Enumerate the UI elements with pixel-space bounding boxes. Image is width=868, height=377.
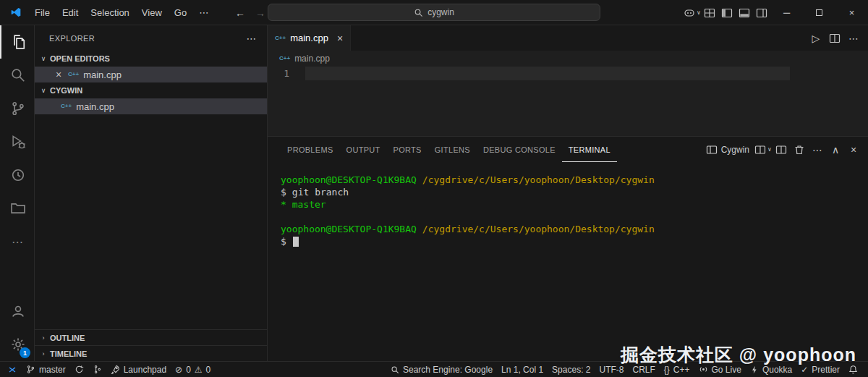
commit-graph-icon[interactable] xyxy=(88,362,106,377)
terminal-user: yoophoon@DESKTOP-Q1K9BAQ xyxy=(281,224,417,234)
terminal-profile-label: Cygwin xyxy=(721,145,749,155)
panel-tab-gitlens[interactable]: GITLENS xyxy=(428,137,477,162)
editor-more-icon[interactable]: ⋯ xyxy=(845,30,862,47)
activity-source-control-icon[interactable] xyxy=(0,92,34,125)
launch-profile-icon[interactable]: ∨ xyxy=(754,141,772,158)
terminal-command: git branch xyxy=(292,187,349,198)
maximize-panel-icon[interactable]: ∧ xyxy=(827,141,844,158)
editor-code-area[interactable]: 1 xyxy=(268,67,868,136)
prompt-symbol: $ xyxy=(281,236,286,247)
search-engine-status[interactable]: Search Engine: Google xyxy=(386,362,497,377)
indentation-status[interactable]: Spaces: 2 xyxy=(548,362,595,377)
file-name: main.cpp xyxy=(76,101,114,112)
errors-count: 0 xyxy=(186,365,191,375)
outline-label: OUTLINE xyxy=(50,334,85,342)
settings-gear-icon[interactable]: 1 xyxy=(0,328,34,361)
panel-tab-debug-console[interactable]: DEBUG CONSOLE xyxy=(477,137,562,162)
terminal-prompt-line: yoophoon@DESKTOP-Q1K9BAQ/cygdrive/c/User… xyxy=(281,223,868,235)
terminal-cursor xyxy=(293,237,299,247)
terminal-output[interactable]: yoophoon@DESKTOP-Q1K9BAQ/cygdrive/c/User… xyxy=(268,162,868,247)
current-line-highlight xyxy=(305,67,790,80)
menu-selection[interactable]: Selection xyxy=(85,5,135,20)
terminal-profile-button[interactable]: Cygwin xyxy=(702,144,754,156)
problems-indicator[interactable]: ⊘ 0 ⚠ 0 xyxy=(171,362,215,377)
workspace-header[interactable]: ∨ CYGWIN xyxy=(35,82,267,98)
tab-label: main.cpp xyxy=(290,33,328,43)
search-icon xyxy=(414,8,423,17)
bottom-panel: PROBLEMS OUTPUT PORTS GITLENS DEBUG CONS… xyxy=(268,136,868,361)
terminal-command-line: $git branch xyxy=(281,186,868,198)
activity-history-icon[interactable] xyxy=(0,158,34,192)
menu-file[interactable]: File xyxy=(29,5,56,20)
minimize-button[interactable]: ─ xyxy=(770,0,803,25)
account-icon[interactable] xyxy=(0,295,34,328)
open-editors-header[interactable]: ∨ OPEN EDITORS xyxy=(35,51,267,67)
cursor-position-status[interactable]: Ln 1, Col 1 xyxy=(497,362,548,377)
run-button[interactable]: ▷ xyxy=(807,30,825,47)
close-window-button[interactable]: × xyxy=(835,0,868,25)
terminal-prompt-line: yoophoon@DESKTOP-Q1K9BAQ/cygdrive/c/User… xyxy=(281,174,868,186)
panel-tab-ports[interactable]: PORTS xyxy=(387,137,428,162)
file-item-main-cpp[interactable]: C++ main.cpp xyxy=(35,98,267,114)
breadcrumb[interactable]: C++ main.cpp xyxy=(268,51,868,67)
terminal-blank-line xyxy=(281,211,868,223)
launchpad-button[interactable]: Launchpad xyxy=(106,362,171,377)
menu-go[interactable]: Go xyxy=(169,5,192,20)
split-terminal-icon[interactable] xyxy=(773,141,790,158)
sync-icon[interactable] xyxy=(70,362,88,377)
cpp-file-icon: C++ xyxy=(68,72,79,77)
open-editor-item[interactable]: × C++ main.cpp xyxy=(35,67,267,82)
search-value: cygwin xyxy=(427,7,454,17)
chevron-down-icon: ∨ xyxy=(767,146,772,153)
panel-tab-problems[interactable]: PROBLEMS xyxy=(281,137,340,162)
menu-more-icon[interactable]: ⋯ xyxy=(193,5,214,20)
titlebar-right: ∨ ─ × xyxy=(684,0,868,25)
toggle-panel-icon[interactable] xyxy=(736,4,753,22)
menu-edit[interactable]: Edit xyxy=(56,5,84,20)
toggle-secondary-sidebar-icon[interactable] xyxy=(753,4,770,22)
sidebar-spacer xyxy=(35,114,267,329)
nav-back-icon[interactable]: ← xyxy=(231,0,249,25)
cpp-file-icon: C++ xyxy=(279,56,290,62)
rocket-icon xyxy=(111,365,120,374)
sidebar-more-icon[interactable]: ⋯ xyxy=(247,33,257,44)
timeline-header[interactable]: › TIMELINE xyxy=(35,345,267,361)
activity-search-icon[interactable] xyxy=(0,59,34,92)
breadcrumb-item[interactable]: main.cpp xyxy=(294,54,330,64)
maximize-button[interactable] xyxy=(803,0,835,25)
outline-header[interactable]: › OUTLINE xyxy=(35,329,267,345)
menu-view[interactable]: View xyxy=(136,5,168,20)
tab-main-cpp[interactable]: C++ main.cpp × xyxy=(268,25,351,51)
warnings-count: 0 xyxy=(206,365,211,375)
copilot-icon[interactable]: ∨ xyxy=(684,4,701,22)
cpp-file-icon: C++ xyxy=(275,35,286,41)
open-editor-name: main.cpp xyxy=(83,69,122,80)
toggle-primary-sidebar-icon[interactable] xyxy=(718,4,736,22)
close-panel-icon[interactable]: × xyxy=(845,141,862,158)
panel-tab-output[interactable]: OUTPUT xyxy=(340,137,387,162)
nav-forward-icon[interactable]: → xyxy=(252,0,269,25)
cpp-file-icon: C++ xyxy=(61,103,72,109)
activity-explorer-icon[interactable] xyxy=(0,25,34,59)
kill-terminal-icon[interactable] xyxy=(791,141,808,158)
editor-group: C++ main.cpp × ▷ ⋯ C++ main.cpp 1 xyxy=(268,25,868,361)
panel-tab-terminal[interactable]: TERMINAL xyxy=(562,137,617,162)
activity-folder-icon[interactable] xyxy=(0,192,34,225)
terminal-input-line[interactable]: $ xyxy=(281,235,868,247)
command-center-search[interactable]: cygwin xyxy=(268,4,600,21)
search-engine-label: Search Engine: Google xyxy=(403,365,493,375)
workspace-label: CYGWIN xyxy=(50,86,82,95)
vscode-logo-icon xyxy=(10,7,22,18)
activity-run-debug-icon[interactable] xyxy=(0,125,34,158)
terminal-branch-output: * master xyxy=(281,198,868,211)
git-branch-status[interactable]: master xyxy=(22,362,70,377)
split-editor-icon[interactable] xyxy=(826,30,843,47)
tab-close-icon[interactable]: × xyxy=(337,33,343,44)
panel-more-icon[interactable]: ⋯ xyxy=(809,141,826,158)
remote-indicator[interactable] xyxy=(3,362,22,377)
customize-layout-icon[interactable] xyxy=(701,4,718,22)
close-editor-icon[interactable]: × xyxy=(54,69,64,80)
warnings-icon: ⚠ xyxy=(195,365,203,375)
activity-more-icon[interactable]: ⋯ xyxy=(0,225,34,258)
chevron-right-icon: › xyxy=(39,350,48,357)
